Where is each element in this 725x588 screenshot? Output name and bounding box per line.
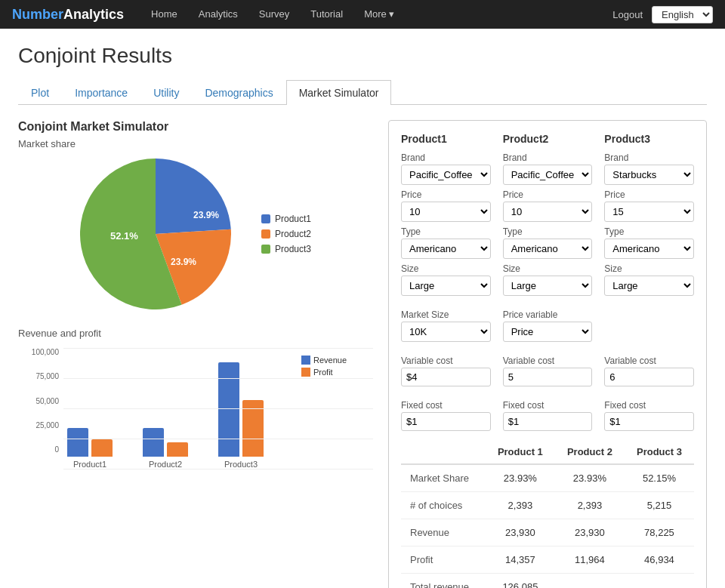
product-3-vcost-input[interactable] [604,368,694,386]
legend-label-p3: Product3 [275,244,311,254]
bar-legend-revenue: Revenue [301,356,347,365]
product-1-type-label: Type [401,226,491,237]
market-size-select[interactable]: 10K 20K 50K [401,322,491,342]
language-select[interactable]: English [652,6,713,23]
bar-legend-profit: Profit [301,368,347,377]
bar-legend: Revenue Profit [301,356,347,377]
product-1-vcost-label: Variable cost [401,356,491,366]
val-profit-p2: 11,964 [555,546,625,574]
product-2-size-select[interactable]: Large Medium Small [503,276,593,296]
row-market-share: Market Share 23.93% 23.93% 52.15% [401,464,694,492]
product-2-brand-select[interactable]: Pacific_Coffee Starbucks Local [503,165,593,185]
product-2-vcost-input[interactable] [503,368,593,386]
val-profit-p3: 46,934 [625,546,694,574]
bars-p3 [218,362,264,457]
product-2-vcost-col: Variable cost [503,351,593,386]
product-1-config: Product1 Brand Pacific_Coffee Starbucks … [401,133,491,296]
product-3-type-select[interactable]: Americano Latte Cappuccino [604,239,694,259]
product-2-header: Product2 [503,133,593,145]
market-size-label: Market Size [401,309,491,320]
val-revenue-p2: 23,930 [555,519,625,546]
pie-labels: 23.9% 23.9% 52.1% [95,159,246,309]
product-3-size-select[interactable]: Large Medium Small [604,276,694,296]
val-choices-p3: 5,215 [625,492,694,519]
tab-importance[interactable]: Importance [62,80,140,105]
product-1-price-select[interactable]: 10 15 20 [401,202,491,222]
product-3-fcost-col: Fixed cost [604,396,694,431]
bar-legend-dot-profit [301,368,310,377]
bars-p2 [143,428,188,457]
product-2-type-label: Type [503,226,593,237]
product-1-brand-select[interactable]: Pacific_Coffee Starbucks Local [401,165,491,185]
bar-legend-dot-revenue [301,356,310,365]
price-variable-select[interactable]: Price [503,322,593,342]
nav-survey[interactable]: Survey [250,0,298,29]
product-2-fcost-col: Fixed cost [503,396,593,431]
product-2-vcost-label: Variable cost [503,356,593,366]
product-1-vcost-input[interactable] [401,368,491,386]
fixed-cost-row: Fixed cost Fixed cost Fixed cost [401,396,694,431]
spacer-col [604,305,694,342]
logo-number: Number [12,7,63,22]
bar-group-p2: Product2 [143,428,188,469]
product-1-fcost-input[interactable] [401,412,491,431]
bar-label-p1: Product1 [73,460,106,469]
left-panel: Conjoint Market Simulator Market share 2… [18,120,373,588]
bar-label-p3: Product3 [224,460,258,469]
nav-analytics[interactable]: Analytics [190,0,247,29]
legend-label-p1: Product1 [275,214,311,224]
market-settings-row: Market Size 10K 20K 50K Price variable P… [401,305,694,342]
bar-rev-p3 [218,362,239,457]
results-header-p2: Product 2 [555,440,625,464]
tab-market-simulator[interactable]: Market Simulator [286,80,392,105]
product-1-type-select[interactable]: Americano Latte Cappuccino [401,239,491,259]
val-total-revenue-empty-2 [625,574,694,589]
price-variable-label: Price variable [503,309,593,320]
page-content: Conjoint Results Plot Importance Utility… [0,29,725,588]
val-choices-p1: 2,393 [486,492,555,519]
y-tick-0: 0 [54,445,59,454]
product-3-brand-label: Brand [604,152,694,163]
nav-home[interactable]: Home [142,0,187,29]
main-content: Conjoint Market Simulator Market share 2… [18,120,707,588]
product-3-price-select[interactable]: 10 15 20 [604,202,694,222]
legend-item-p1: Product1 [261,214,311,224]
pie-label-p1: 23.9% [193,210,219,220]
legend-dot-p1 [261,214,270,223]
grid-line-0 [63,469,373,469]
product-1-vcost-col: Variable cost [401,351,491,386]
product-3-size-label: Size [604,263,694,274]
nav-tutorial[interactable]: Tutorial [301,0,352,29]
pie-label-p3: 52.1% [110,230,138,242]
product-3-fcost-input[interactable] [604,412,694,431]
product-2-brand-label: Brand [503,152,593,163]
tabs: Plot Importance Utility Demographics Mar… [18,80,707,105]
row-profit: Profit 14,357 11,964 46,934 [401,546,694,574]
grid-line-50k [63,408,373,409]
variable-cost-row: Variable cost Variable cost Variable cos… [401,351,694,386]
tab-demographics[interactable]: Demographics [192,80,285,105]
results-header-p3: Product 3 [625,440,694,464]
legend-item-p3: Product3 [261,244,311,254]
results-header-p1: Product 1 [486,440,555,464]
tab-utility[interactable]: Utility [140,80,192,105]
logout-button[interactable]: Logout [612,9,643,20]
val-market-share-p3: 52.15% [625,464,694,492]
product-3-price-label: Price [604,189,694,200]
simulator-title: Conjoint Market Simulator [18,120,373,134]
market-share-label: Market share [18,138,373,149]
product-2-fcost-input[interactable] [503,412,593,431]
product-2-price-select[interactable]: 10 15 20 [503,202,593,222]
results-table: Product 1 Product 2 Product 3 Market Sha… [401,440,694,588]
nav-more[interactable]: More ▾ [355,0,403,29]
product-3-brand-select[interactable]: Pacific_Coffee Starbucks Local [604,165,694,185]
product-3-vcost-col: Variable cost [604,351,694,386]
product-configs: Product1 Brand Pacific_Coffee Starbucks … [401,133,694,296]
val-market-share-p1: 23.93% [486,464,555,492]
product-2-type-select[interactable]: Americano Latte Cappuccino [503,239,593,259]
tab-plot[interactable]: Plot [18,80,62,105]
product-1-size-select[interactable]: Large Medium Small [401,276,491,296]
logo[interactable]: NumberAnalytics [12,7,124,23]
val-profit-p1: 14,357 [486,546,555,574]
val-revenue-p1: 23,930 [486,519,555,546]
